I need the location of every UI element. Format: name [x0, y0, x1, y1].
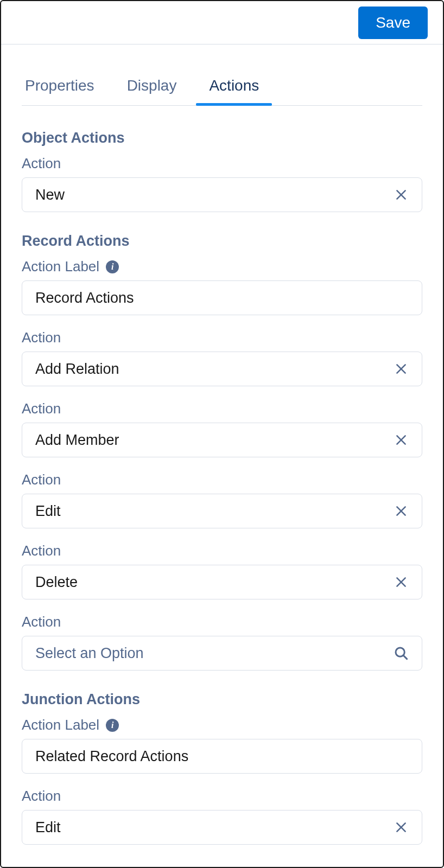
close-icon[interactable] — [391, 501, 411, 521]
action-input[interactable]: Add Relation — [22, 352, 422, 386]
record-actions-title: Record Actions — [22, 233, 422, 250]
record-action-label-field: Action Label i Record Actions — [22, 258, 422, 315]
tab-display[interactable]: Display — [124, 77, 180, 105]
action-input[interactable]: Edit — [22, 494, 422, 528]
action-field-label: Action — [22, 788, 61, 805]
action-input[interactable]: Edit — [22, 810, 422, 845]
action-field-label: Action — [22, 471, 61, 488]
action-input[interactable]: Select an Option — [22, 636, 422, 671]
close-icon[interactable] — [391, 185, 411, 205]
action-field: ActionEdit — [22, 788, 422, 845]
record-action-label-input[interactable]: Record Actions — [22, 280, 422, 315]
action-field-label: Action — [22, 542, 61, 559]
action-label-text: Action Label — [22, 717, 99, 733]
input-value: Add Relation — [35, 361, 391, 378]
input-value: New — [35, 187, 391, 203]
tab-actions[interactable]: Actions — [206, 77, 262, 105]
close-icon[interactable] — [391, 359, 411, 379]
action-field: ActionAdd Member — [22, 400, 422, 457]
input-value: Edit — [35, 819, 391, 836]
input-value: Delete — [35, 574, 391, 591]
svg-line-11 — [403, 655, 407, 659]
record-actions-section: Record Actions Action Label i Record Act… — [22, 233, 422, 671]
action-label-text: Action Label — [22, 258, 99, 275]
input-value: Record Actions — [35, 290, 411, 307]
input-value: Edit — [35, 503, 391, 520]
action-field-label: Action — [22, 329, 61, 346]
input-value: Related Record Actions — [35, 748, 411, 765]
object-actions-title: Object Actions — [22, 130, 422, 146]
search-icon[interactable] — [391, 643, 411, 663]
info-icon[interactable]: i — [106, 260, 119, 273]
action-field: ActionSelect an Option — [22, 614, 422, 671]
action-field: ActionAdd Relation — [22, 329, 422, 386]
action-field-label: Action — [22, 155, 61, 172]
action-input[interactable]: Add Member — [22, 423, 422, 457]
tab-properties[interactable]: Properties — [22, 77, 98, 105]
junction-action-label-input[interactable]: Related Record Actions — [22, 739, 422, 774]
tabs: Properties Display Actions — [22, 77, 422, 106]
input-value: Add Member — [35, 432, 391, 449]
junction-action-label-field: Action Label i Related Record Actions — [22, 717, 422, 774]
action-field-label: Action — [22, 614, 61, 630]
header: Save — [1, 1, 443, 44]
action-field: ActionDelete — [22, 542, 422, 599]
object-actions-section: Object Actions ActionNew — [22, 130, 422, 212]
close-icon[interactable] — [391, 818, 411, 837]
input-value: Select an Option — [35, 645, 391, 662]
action-field: ActionNew — [22, 155, 422, 212]
action-input[interactable]: New — [22, 177, 422, 212]
action-field-label: Action — [22, 400, 61, 417]
action-input[interactable]: Delete — [22, 565, 422, 599]
close-icon[interactable] — [391, 430, 411, 450]
junction-actions-title: Junction Actions — [22, 691, 422, 708]
action-field: ActionEdit — [22, 471, 422, 528]
info-icon[interactable]: i — [106, 719, 119, 732]
junction-actions-section: Junction Actions Action Label i Related … — [22, 691, 422, 845]
save-button[interactable]: Save — [358, 7, 428, 39]
close-icon[interactable] — [391, 572, 411, 592]
